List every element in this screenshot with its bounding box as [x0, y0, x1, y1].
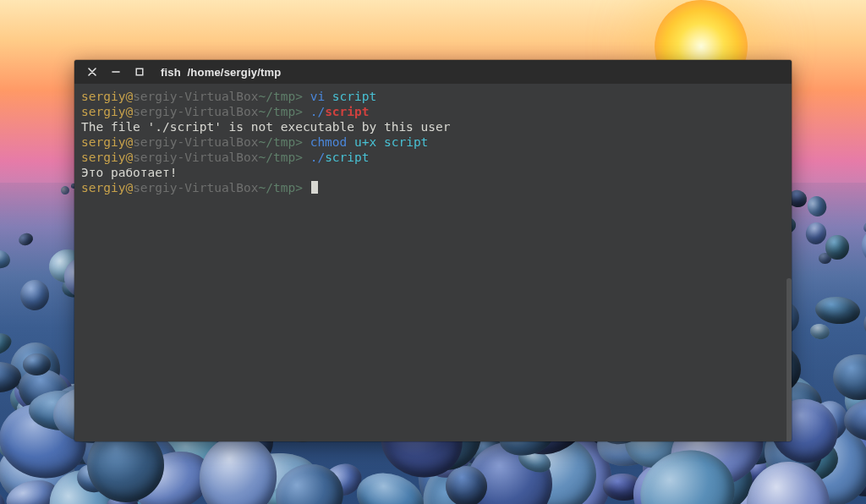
maximize-icon[interactable] [134, 66, 145, 78]
close-icon[interactable] [86, 66, 98, 78]
terminal-prompt-line: sergiy@sergiy-VirtualBox~/tmp> vi script [81, 89, 785, 104]
cursor [311, 181, 318, 194]
terminal-prompt-line: sergiy@sergiy-VirtualBox~/tmp> [81, 180, 785, 195]
minimize-icon[interactable] [110, 66, 122, 78]
svg-rect-0 [136, 68, 143, 75]
terminal-prompt-line: sergiy@sergiy-VirtualBox~/tmp> ./script [81, 150, 785, 165]
scrollbar[interactable] [787, 278, 792, 441]
window-title: fish /home/sergiy/tmp [161, 66, 281, 79]
terminal-window: fish /home/sergiy/tmp sergiy@sergiy-Virt… [74, 60, 792, 441]
terminal-output-line: The file './script' is not executable by… [81, 119, 785, 134]
terminal-body[interactable]: sergiy@sergiy-VirtualBox~/tmp> vi script… [74, 84, 792, 441]
titlebar[interactable]: fish /home/sergiy/tmp [74, 60, 792, 84]
terminal-prompt-line: sergiy@sergiy-VirtualBox~/tmp> ./script [81, 104, 785, 119]
terminal-output-line: Это работает! [81, 165, 785, 180]
terminal-prompt-line: sergiy@sergiy-VirtualBox~/tmp> chmod u+x… [81, 134, 785, 150]
